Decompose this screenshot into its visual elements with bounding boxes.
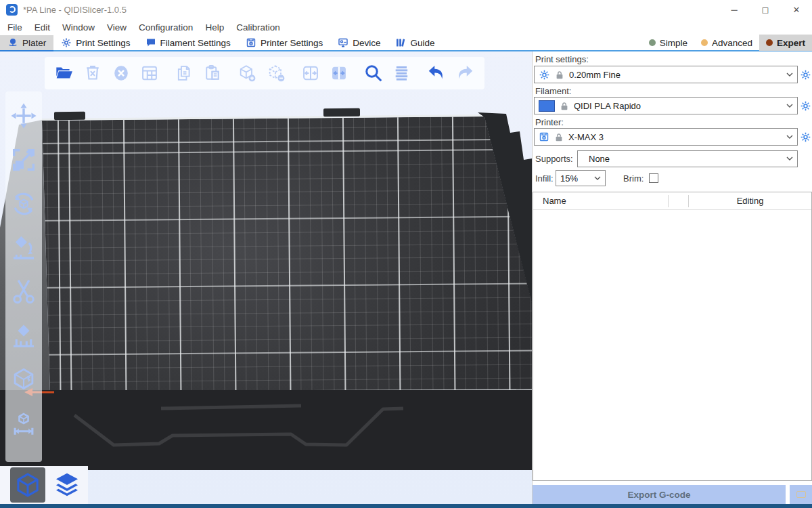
minimize-button[interactable]: ─: [719, 0, 750, 19]
chevron-down-icon: [594, 176, 601, 181]
lock-icon: [554, 132, 564, 142]
object-list[interactable]: Name Editing: [533, 192, 812, 481]
arrange-button[interactable]: [137, 60, 162, 87]
menu-help[interactable]: Help: [199, 19, 230, 35]
3d-editor-view-button[interactable]: [10, 467, 45, 503]
close-button[interactable]: ✕: [781, 0, 812, 19]
printer-gear-button[interactable]: [799, 131, 811, 143]
print-settings-label: Print settings:: [535, 54, 589, 64]
move-gizmo-button[interactable]: [9, 100, 38, 132]
mode-simple[interactable]: Simple: [642, 35, 694, 51]
3d-viewport[interactable]: [0, 51, 532, 504]
tab-label: Printer Settings: [261, 38, 323, 48]
plater-toolbar: [45, 57, 484, 89]
delete-all-button[interactable]: [108, 60, 133, 87]
tab-printer-settings[interactable]: Printer Settings: [238, 35, 330, 51]
infill-combo[interactable]: 15%: [556, 170, 606, 186]
menu-window[interactable]: Window: [56, 19, 101, 35]
plater-icon: [7, 37, 18, 48]
qidislicer-window: *PA Line - QIDISlicer-1.0.5 ─ ◻ ✕ File E…: [0, 0, 812, 508]
redo-icon: [455, 63, 475, 83]
title-bar: *PA Line - QIDISlicer-1.0.5 ─ ◻ ✕: [0, 0, 812, 19]
expert-dot-icon: [766, 39, 773, 46]
advanced-dot-icon: [701, 39, 708, 46]
tab-filament-settings[interactable]: Filament Settings: [138, 35, 238, 51]
base-handle-outline: [0, 390, 532, 470]
print-settings-gear-button[interactable]: [799, 68, 811, 81]
copy-button[interactable]: [172, 60, 197, 87]
column-extruder: [669, 195, 689, 207]
paste-button[interactable]: [200, 60, 225, 87]
maximize-button[interactable]: ◻: [750, 0, 781, 19]
printer-value: X-MAX 3: [568, 132, 782, 142]
gear-icon: [61, 37, 72, 48]
mode-label: Expert: [777, 38, 805, 48]
print-settings-value: 0.20mm Fine: [569, 70, 782, 80]
tab-label: Device: [353, 38, 380, 48]
copy-icon: [175, 64, 194, 83]
scale-gizmo-button[interactable]: [9, 144, 38, 176]
plate-clip: [323, 108, 360, 117]
infill-value: 15%: [560, 173, 589, 184]
tab-guide[interactable]: Guide: [388, 35, 442, 51]
remove-instance-button[interactable]: [263, 60, 288, 87]
column-editing: Editing: [689, 196, 811, 206]
delete-button[interactable]: [80, 60, 105, 87]
tab-print-settings[interactable]: Print Settings: [53, 35, 137, 51]
mode-label: Simple: [660, 38, 687, 48]
menu-calibration[interactable]: Calibration: [230, 19, 286, 35]
menu-configuration[interactable]: Configuration: [133, 19, 199, 35]
variable-layer-height-button[interactable]: [390, 60, 415, 87]
menu-edit[interactable]: Edit: [28, 19, 56, 35]
tab-plater[interactable]: Plater: [0, 35, 53, 51]
redo-button[interactable]: [453, 60, 478, 87]
gear-icon: [800, 100, 811, 112]
filament-combo[interactable]: QIDI PLA Rapido: [534, 97, 798, 114]
printer-combo[interactable]: X-MAX 3: [534, 128, 798, 146]
menu-file[interactable]: File: [1, 19, 28, 35]
preview-layers-button[interactable]: [49, 467, 85, 503]
measure-gizmo-button[interactable]: [9, 408, 38, 440]
undo-button[interactable]: [424, 60, 449, 87]
layers-preview-icon: [53, 471, 81, 499]
export-gcode-button[interactable]: Export G-code: [533, 485, 786, 504]
place-on-face-gizmo-button[interactable]: [9, 232, 38, 264]
split-to-parts-button[interactable]: [326, 60, 351, 87]
support-painting-gizmo-button[interactable]: [9, 320, 38, 352]
place-on-face-icon: [10, 234, 37, 261]
tab-label: Guide: [410, 38, 434, 48]
search-button[interactable]: [361, 60, 386, 87]
mode-expert[interactable]: Expert: [759, 35, 812, 51]
mode-label: Advanced: [712, 38, 752, 48]
gizmo-toolbar: [5, 91, 42, 462]
object-list-header: Name Editing: [533, 192, 811, 210]
print-settings-combo[interactable]: 0.20mm Fine: [534, 66, 798, 83]
3d-editor-cube-icon: [14, 471, 41, 499]
filament-label: Filament:: [535, 86, 571, 96]
brim-checkbox[interactable]: [649, 173, 658, 183]
supports-combo[interactable]: None: [577, 150, 798, 167]
open-button[interactable]: [51, 60, 76, 87]
menu-view[interactable]: View: [101, 19, 133, 35]
add-instance-button[interactable]: [235, 60, 260, 87]
tab-device[interactable]: Device: [330, 35, 388, 51]
main-tab-bar: Plater Print Settings Filament Settings …: [0, 35, 812, 51]
split-to-parts-icon: [330, 64, 348, 83]
split-to-objects-button[interactable]: [298, 60, 323, 87]
lock-icon: [560, 101, 569, 111]
split-to-objects-icon: [301, 64, 320, 83]
seam-painting-gizmo-button[interactable]: [9, 364, 38, 396]
layer-height-icon: [392, 64, 411, 83]
rotate-icon: [10, 190, 37, 217]
chevron-down-icon: [786, 156, 793, 161]
seam-painting-icon: [10, 366, 37, 394]
tab-label: Print Settings: [76, 38, 130, 48]
remove-instance-icon: [267, 64, 286, 83]
tab-label: Plater: [22, 38, 46, 48]
export-to-sd-button[interactable]: [790, 485, 812, 504]
cut-gizmo-button[interactable]: [9, 276, 38, 308]
rotate-gizmo-button[interactable]: [9, 188, 38, 220]
mode-advanced[interactable]: Advanced: [694, 35, 759, 51]
gear-icon: [800, 131, 811, 143]
filament-gear-button[interactable]: [799, 100, 811, 112]
